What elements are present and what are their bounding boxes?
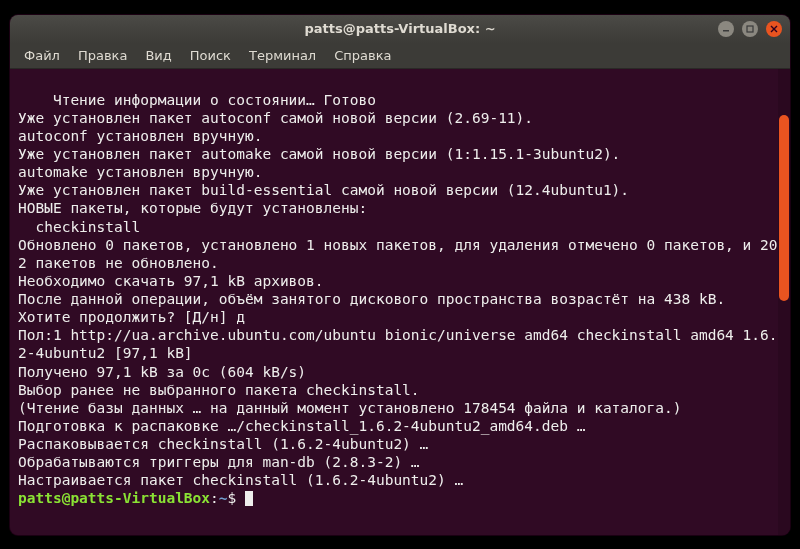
menu-terminal[interactable]: Терминал bbox=[241, 45, 324, 66]
window-controls bbox=[718, 21, 790, 37]
terminal-line: Хотите продолжить? [Д/н] д bbox=[18, 309, 245, 325]
terminal-line: После данной операции, объём занятого ди… bbox=[18, 291, 725, 307]
maximize-icon bbox=[746, 25, 754, 33]
cursor bbox=[245, 491, 253, 506]
terminal-line: Распаковывается checkinstall (1.6.2-4ubu… bbox=[18, 436, 428, 452]
svg-rect-0 bbox=[723, 30, 729, 32]
terminal-line: automake установлен вручную. bbox=[18, 164, 262, 180]
terminal-line: Необходимо скачать 97,1 kB архивов. bbox=[18, 273, 324, 289]
menu-file[interactable]: Файл bbox=[16, 45, 68, 66]
menu-edit[interactable]: Правка bbox=[70, 45, 135, 66]
terminal-line: Обновлено 0 пакетов, установлено 1 новых… bbox=[18, 237, 778, 271]
menu-view[interactable]: Вид bbox=[137, 45, 179, 66]
close-button[interactable] bbox=[766, 21, 782, 37]
maximize-button[interactable] bbox=[742, 21, 758, 37]
prompt-sep: : bbox=[210, 490, 219, 506]
titlebar: patts@patts-VirtualBox: ~ bbox=[10, 15, 790, 43]
terminal-line: Получено 97,1 kB за 0с (604 kB/s) bbox=[18, 364, 306, 380]
window-title: patts@patts-VirtualBox: ~ bbox=[10, 21, 790, 36]
terminal-window: patts@patts-VirtualBox: ~ Файл Правка Ви… bbox=[10, 15, 790, 535]
terminal-line: НОВЫЕ пакеты, которые будут установлены: bbox=[18, 200, 367, 216]
menu-help[interactable]: Справка bbox=[326, 45, 399, 66]
prompt-path: ~ bbox=[219, 490, 228, 506]
svg-rect-1 bbox=[747, 26, 753, 32]
terminal-line: (Чтение базы данных … на данный момент у… bbox=[18, 400, 681, 416]
terminal-line: checkinstall bbox=[18, 219, 140, 235]
menu-search[interactable]: Поиск bbox=[182, 45, 239, 66]
close-icon bbox=[770, 25, 778, 33]
terminal-line: Уже установлен пакет automake самой ново… bbox=[18, 146, 620, 162]
terminal-line: Выбор ранее не выбранного пакета checkin… bbox=[18, 382, 420, 398]
prompt-dollar: $ bbox=[228, 490, 245, 506]
terminal-line: Обрабатываются триггеры для man-db (2.8.… bbox=[18, 454, 420, 470]
terminal-line: Уже установлен пакет build-essential сам… bbox=[18, 182, 629, 198]
scrollbar[interactable] bbox=[778, 69, 790, 535]
terminal-line: Уже установлен пакет autoconf самой ново… bbox=[18, 110, 533, 126]
terminal-line: autoconf установлен вручную. bbox=[18, 128, 262, 144]
menubar: Файл Правка Вид Поиск Терминал Справка bbox=[10, 43, 790, 69]
scrollbar-thumb[interactable] bbox=[779, 115, 789, 301]
prompt-user-host: patts@patts-VirtualBox bbox=[18, 490, 210, 506]
minimize-button[interactable] bbox=[718, 21, 734, 37]
terminal-line: Подготовка к распаковке …/checkinstall_1… bbox=[18, 418, 585, 434]
minimize-icon bbox=[722, 25, 730, 33]
terminal-output[interactable]: Чтение информации о состоянии… Готово Уж… bbox=[10, 69, 790, 535]
terminal-line: Настраивается пакет checkinstall (1.6.2-… bbox=[18, 472, 463, 488]
terminal-line: Пол:1 http://ua.archive.ubuntu.com/ubunt… bbox=[18, 327, 778, 361]
terminal-line: Чтение информации о состоянии… Готово bbox=[53, 92, 376, 108]
